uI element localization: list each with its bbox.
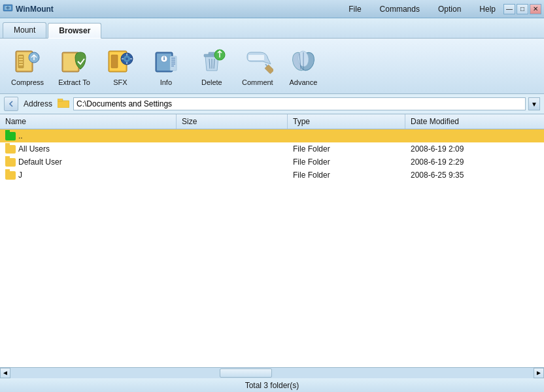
address-dropdown[interactable]: ▼ xyxy=(528,97,540,110)
address-input[interactable] xyxy=(73,97,526,110)
file-size-cell xyxy=(177,174,288,176)
col-type[interactable]: Type xyxy=(288,114,405,129)
svg-rect-17 xyxy=(111,55,118,68)
folder-icon xyxy=(5,158,16,167)
svg-point-20 xyxy=(126,57,128,60)
svg-rect-10 xyxy=(19,64,23,65)
col-name[interactable]: Name xyxy=(0,114,177,129)
svg-rect-51 xyxy=(58,99,63,101)
folder-icon xyxy=(5,132,16,140)
file-name: Default User xyxy=(18,157,62,167)
scroll-right-button[interactable]: ► xyxy=(534,368,544,378)
table-row[interactable]: .. xyxy=(0,129,544,142)
address-bar: Address ▼ xyxy=(0,94,544,114)
maximize-button[interactable]: □ xyxy=(517,4,528,14)
file-type-cell: File Folder xyxy=(288,169,405,181)
horizontal-scrollbar: ◄ ► xyxy=(0,367,544,378)
sfx-icon xyxy=(105,46,136,77)
extract-label: Extract To xyxy=(58,78,90,86)
file-type-cell xyxy=(288,135,405,137)
minimize-button[interactable]: — xyxy=(503,4,515,14)
tab-browser[interactable]: Browser xyxy=(48,23,101,39)
file-name: All Users xyxy=(18,144,50,154)
delete-button[interactable]: Delete xyxy=(190,42,233,90)
address-label: Address xyxy=(21,99,55,108)
status-text: Total 3 folder(s) xyxy=(245,381,299,390)
extract-icon xyxy=(58,46,90,77)
column-headers: Name Size Type Date Modified xyxy=(0,114,544,129)
file-size-cell xyxy=(177,148,288,150)
col-size[interactable]: Size xyxy=(177,114,288,129)
title-bar: WinMount File Commands Option Help — □ ✕ xyxy=(0,0,544,18)
file-date-cell: 2008-6-19 2:09 xyxy=(405,143,544,155)
file-date-cell xyxy=(405,135,544,137)
svg-rect-7 xyxy=(19,56,23,57)
file-browser: Name Size Type Date Modified ..All Users… xyxy=(0,114,544,367)
compress-label: Compress xyxy=(11,78,44,86)
svg-point-29 xyxy=(163,56,165,57)
tab-bar: Mount Browser xyxy=(0,18,544,39)
menu-help[interactable]: Help xyxy=(477,3,498,15)
folder-icon xyxy=(5,171,16,180)
extract-button[interactable]: Extract To xyxy=(52,42,96,90)
file-date-cell: 2008-6-25 9:35 xyxy=(405,169,544,181)
sfx-button[interactable]: SFX xyxy=(99,42,142,90)
window-controls: — □ ✕ xyxy=(503,4,541,14)
info-label: Info xyxy=(160,78,172,86)
table-row[interactable]: Default UserFile Folder2008-6-19 2:29 xyxy=(0,155,544,169)
scroll-track[interactable] xyxy=(10,368,534,378)
file-type-cell: File Folder xyxy=(288,143,405,155)
nav-back-button[interactable] xyxy=(4,97,18,111)
scroll-left-button[interactable]: ◄ xyxy=(0,368,10,378)
svg-rect-50 xyxy=(58,101,69,108)
file-name-cell: .. xyxy=(0,130,177,142)
advance-label: Advance xyxy=(289,78,317,86)
menu-commands[interactable]: Commands xyxy=(377,3,422,15)
status-bar: Total 3 folder(s) xyxy=(0,378,544,392)
menu-bar: File Commands Option Help xyxy=(346,3,498,15)
advance-button[interactable]: Advance xyxy=(282,42,325,90)
app-icon xyxy=(3,3,13,15)
compress-icon xyxy=(12,46,43,77)
comment-icon xyxy=(242,46,273,77)
file-name: J xyxy=(18,171,22,180)
svg-rect-44 xyxy=(265,65,273,74)
menu-file[interactable]: File xyxy=(346,3,364,15)
scroll-thumb[interactable] xyxy=(220,368,272,378)
svg-rect-8 xyxy=(19,59,23,60)
close-button[interactable]: ✕ xyxy=(530,4,541,14)
file-name-cell: Default User xyxy=(0,156,177,168)
delete-label: Delete xyxy=(201,78,222,86)
compress-button[interactable]: Compress xyxy=(5,42,50,90)
file-name-cell: J xyxy=(0,169,177,181)
comment-button[interactable]: Comment xyxy=(236,42,279,90)
file-size-cell xyxy=(177,135,288,137)
table-row[interactable]: JFile Folder2008-6-25 9:35 xyxy=(0,169,544,182)
col-date[interactable]: Date Modified xyxy=(405,114,544,129)
tab-mount[interactable]: Mount xyxy=(3,22,46,38)
info-icon xyxy=(150,46,182,77)
toolbar: Compress Extract To xyxy=(0,39,544,94)
info-button[interactable]: Info xyxy=(144,42,188,90)
delete-icon xyxy=(196,46,228,77)
file-type-cell: File Folder xyxy=(288,156,405,168)
sfx-label: SFX xyxy=(113,78,127,86)
file-size-cell xyxy=(177,161,288,163)
advance-icon xyxy=(288,46,319,77)
file-name-cell: All Users xyxy=(0,143,177,155)
svg-rect-37 xyxy=(209,52,215,55)
svg-rect-9 xyxy=(19,61,23,63)
file-list: ..All UsersFile Folder2008-6-19 2:09Defa… xyxy=(0,129,544,367)
folder-icon xyxy=(58,99,69,110)
file-date-cell: 2008-6-19 2:29 xyxy=(405,156,544,168)
folder-icon xyxy=(5,145,16,154)
file-name: .. xyxy=(18,131,23,140)
table-row[interactable]: All UsersFile Folder2008-6-19 2:09 xyxy=(0,142,544,155)
menu-option[interactable]: Option xyxy=(435,3,464,15)
app-title: WinMount xyxy=(16,5,346,14)
comment-label: Comment xyxy=(242,78,273,86)
svg-rect-43 xyxy=(248,55,264,60)
